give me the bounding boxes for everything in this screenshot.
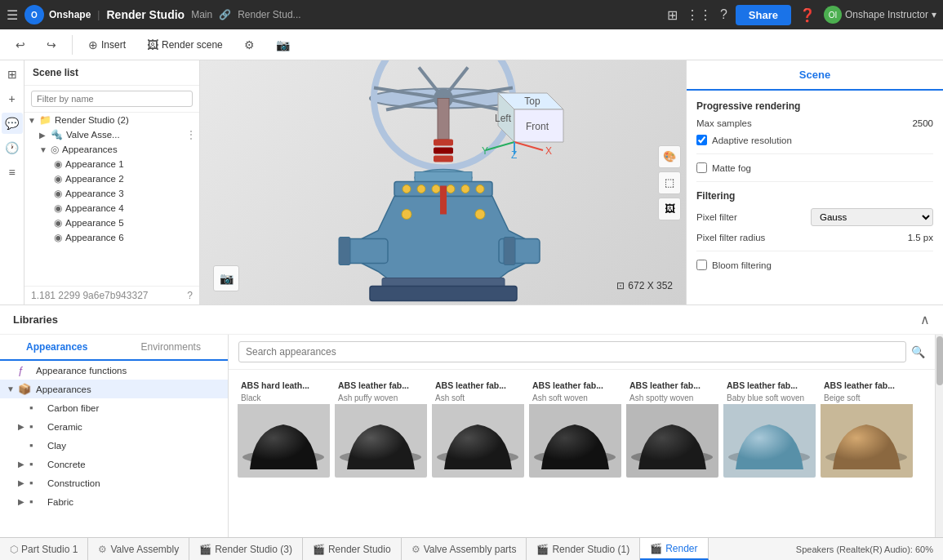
grid-icon[interactable]: ⊞ [667, 7, 678, 23]
user-area[interactable]: OI Onshape Instructor ▾ [824, 6, 936, 24]
tab-valve-assembly-parts[interactable]: ⚙ Valve Assembly parts [402, 538, 527, 560]
lib-item-carbon-fiber[interactable]: ▪ Carbon fiber [0, 398, 228, 417]
svg-rect-12 [434, 155, 453, 162]
tab-label: Render Studio (3) [215, 544, 292, 555]
left-icon-add[interactable]: + [2, 88, 23, 109]
viewport[interactable]: Top Front Left Y X Z 🎨 ⬚ 🖼 📷 ⊡ 672 X 352 [200, 60, 686, 304]
svg-rect-25 [504, 237, 515, 264]
adaptive-resolution-row: Adaptive resolution [696, 135, 933, 145]
lib-tab-appearances[interactable]: Appearances [0, 335, 114, 361]
lib-item-ceramic[interactable]: ▶ ▪ Ceramic [0, 417, 228, 436]
tab-label: Render Studio (1) [552, 544, 629, 555]
tab-render-active[interactable]: 🎬 Render [640, 538, 708, 560]
appearance-icon: ◉ [54, 158, 62, 170]
appearance-icon: ◉ [54, 202, 62, 214]
item-icon: ▪ [29, 458, 44, 470]
left-icon-home[interactable]: ⊞ [2, 64, 23, 85]
user-dropdown-icon[interactable]: ▾ [932, 9, 936, 20]
tab-render-studio-3[interactable]: 🎬 Render Studio (3) [189, 538, 303, 560]
svg-point-20 [461, 184, 469, 193]
apps-icon[interactable]: ⋮⋮ [686, 7, 712, 23]
item-icon: ▪ [29, 402, 44, 414]
func-icon: ƒ [18, 364, 33, 376]
lib-item-concrete[interactable]: ▶ ▪ Concrete [0, 455, 228, 473]
search-icon[interactable]: 🔍 [911, 345, 925, 358]
left-icon-history[interactable]: 🕐 [2, 137, 23, 158]
svg-rect-11 [434, 147, 453, 153]
render-icon-4: 🎬 [650, 543, 662, 554]
scene-filter-input[interactable] [31, 91, 193, 107]
insert-button[interactable]: ⊕ Insert [79, 34, 135, 56]
lib-item-appearances[interactable]: ▼ 📦 Appearances [0, 380, 228, 398]
lib-search: 🔍 [229, 335, 935, 370]
tab-part-studio-1[interactable]: ⬡ Part Studio 1 [0, 538, 88, 560]
scene-panel-title: Scene list [24, 60, 199, 86]
screenshot-button[interactable]: 📷 [213, 265, 239, 291]
matte-fog-checkbox[interactable] [696, 162, 707, 173]
render-scene-icon: 🖼 [147, 38, 158, 51]
lib-grid-item-abs-leath-fab3[interactable]: ABS leather fab... Ash soft woven [528, 378, 622, 478]
hamburger-menu[interactable]: ☰ [7, 7, 18, 23]
help-circle-icon[interactable]: ❓ [799, 7, 816, 23]
pixel-filter-select[interactable]: Gauss Box Tent Mitchell [811, 208, 933, 226]
user-label: Onshape Instructor [845, 9, 928, 20]
tree-item-app5[interactable]: ◉ Appearance 5 [24, 216, 199, 230]
pixel-filter-row: Pixel filter Gauss Box Tent Mitchell [696, 208, 933, 226]
help-icon[interactable]: ? [720, 7, 727, 22]
tree-item-render-studio[interactable]: ▼ 📁 Render Studio (2) [24, 113, 199, 127]
tree-item-app4[interactable]: ◉ Appearance 4 [24, 201, 199, 216]
tab-label: Render Studio [328, 544, 391, 555]
tab-scene[interactable]: Scene [687, 60, 943, 89]
lib-tab-environments[interactable]: Environments [114, 335, 229, 359]
viewport-tool-3[interactable]: 🖼 [658, 198, 681, 220]
svg-line-39 [514, 142, 543, 150]
lib-item-appearance-functions[interactable]: ƒ Appearance functions [0, 361, 228, 380]
share-button[interactable]: Share [736, 5, 791, 25]
bloom-filtering-checkbox[interactable] [696, 260, 707, 270]
toolbar-btn-4[interactable]: 📷 [267, 34, 299, 56]
item-label: Clay [47, 441, 66, 451]
svg-text:Left: Left [495, 113, 512, 124]
viewport-tool-2[interactable]: ⬚ [658, 171, 681, 194]
left-icon-data[interactable]: ≡ [2, 162, 23, 183]
left-icon-chat[interactable]: 💬 [2, 113, 23, 134]
tree-item-app6[interactable]: ◉ Appearance 6 [24, 230, 199, 245]
item-label: Construction [47, 478, 100, 488]
viewport-tool-1[interactable]: 🎨 [658, 145, 681, 168]
tree-item-app3[interactable]: ◉ Appearance 3 [24, 186, 199, 201]
viewport-toolbar: 🎨 ⬚ 🖼 [658, 145, 681, 220]
libraries-collapse-icon[interactable]: ∧ [920, 312, 930, 327]
undo-button[interactable]: ↩ [7, 34, 34, 56]
tree-label: Appearance 1 [65, 159, 196, 169]
tree-item-app1[interactable]: ◉ Appearance 1 [24, 157, 199, 171]
tree-item-appearances[interactable]: ▼ ◎ Appearances [24, 142, 199, 157]
lib-item-clay[interactable]: ▪ Clay [0, 436, 228, 455]
tab-render-studio-1[interactable]: 🎬 Render Studio (1) [527, 538, 640, 560]
lib-grid-item-abs-leath-fab6[interactable]: ABS leather fab... Beige soft [820, 378, 914, 478]
app-logo: O Onshape [24, 5, 91, 24]
lib-grid-item-abs-leath-fab2[interactable]: ABS leather fab... Ash soft [431, 378, 525, 478]
lib-grid-item-abs-hard-leath[interactable]: ABS hard leath... Black [237, 378, 331, 478]
context-menu-icon[interactable]: ⋮ [186, 129, 196, 140]
scrollbar-thumb[interactable] [936, 336, 943, 385]
lib-grid-item-abs-leath-fab1[interactable]: ABS leather fab... Ash puffy woven [334, 378, 428, 478]
help-icon[interactable]: ? [187, 290, 193, 301]
lib-grid-item-abs-leath-fab5[interactable]: ABS leather fab... Baby blue soft woven [723, 378, 816, 478]
lib-scrollbar[interactable] [935, 335, 943, 537]
adaptive-resolution-checkbox[interactable] [696, 135, 707, 145]
toolbar-btn-3[interactable]: ⚙ [235, 34, 264, 56]
redo-button[interactable]: ↪ [38, 34, 65, 56]
search-input[interactable] [238, 341, 906, 362]
render-scene-button[interactable]: 🖼 Render scene [138, 34, 232, 56]
lib-grid-item-abs-leath-fab4[interactable]: ABS leather fab... Ash spotty woven [625, 378, 719, 478]
tree-item-valve[interactable]: ▶ 🔩 Valve Asse... ⋮ [24, 127, 199, 142]
tree-label: Appearance 4 [65, 203, 196, 213]
toggle-icon: ▼ [28, 116, 39, 125]
tab-valve-assembly[interactable]: ⚙ Valve Assembly [88, 538, 189, 560]
lib-item-construction[interactable]: ▶ ▪ Construction [0, 473, 228, 492]
svg-point-21 [476, 184, 484, 193]
lib-item-fabric[interactable]: ▶ ▪ Fabric [0, 492, 228, 511]
svg-point-17 [417, 184, 425, 193]
tab-render-studio-main[interactable]: 🎬 Render Studio [303, 538, 402, 560]
tree-item-app2[interactable]: ◉ Appearance 2 [24, 171, 199, 186]
